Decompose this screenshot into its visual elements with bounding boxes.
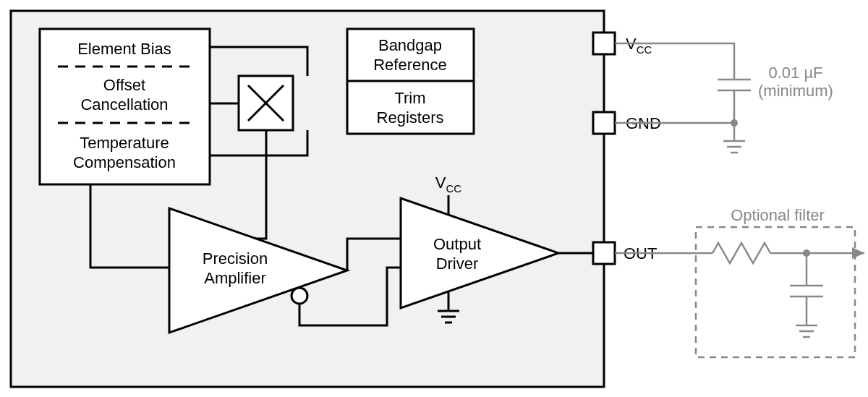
config-line-2a: Offset <box>103 76 145 94</box>
cap-value: 0.01 µF <box>768 64 822 82</box>
ground-icon <box>796 325 817 337</box>
vcc-pin-label: VCC <box>626 35 652 56</box>
block-diagram: Element Bias Offset Cancellation Tempera… <box>0 0 868 397</box>
gnd-pin-pad <box>593 112 615 134</box>
out-pin-pad <box>593 242 615 264</box>
ref-line-3: Trim <box>394 89 425 107</box>
svg-point-9 <box>292 288 307 304</box>
ref-trim-block: Bandgap Reference Trim Registers <box>347 29 474 134</box>
amp1-line-1: Precision <box>203 249 268 268</box>
ref-line-1: Bandgap <box>378 36 442 54</box>
amp2-line-2: Driver <box>436 255 479 273</box>
filter-label: Optional filter <box>731 206 825 224</box>
amp1-line-2: Amplifier <box>204 269 266 287</box>
config-line-3a: Temperature <box>80 134 169 152</box>
ref-line-4: Registers <box>377 108 444 127</box>
hall-element-icon <box>239 76 293 130</box>
config-block: Element Bias Offset Cancellation Tempera… <box>40 29 210 184</box>
config-line-1: Element Bias <box>77 40 171 58</box>
ground-icon <box>723 141 745 153</box>
bypass-cap-network: 0.01 µF (minimum) <box>615 43 833 153</box>
amp2-line-1: Output <box>433 235 481 253</box>
resistor-icon <box>712 243 770 263</box>
config-line-2b: Cancellation <box>80 95 168 114</box>
vcc-pin-pad <box>593 33 615 54</box>
config-line-3b: Compensation <box>73 153 176 171</box>
optional-filter: Optional filter <box>615 206 864 357</box>
ref-line-2: Reference <box>373 56 447 74</box>
cap-note: (minimum) <box>758 82 833 100</box>
arrow-icon <box>852 247 864 259</box>
